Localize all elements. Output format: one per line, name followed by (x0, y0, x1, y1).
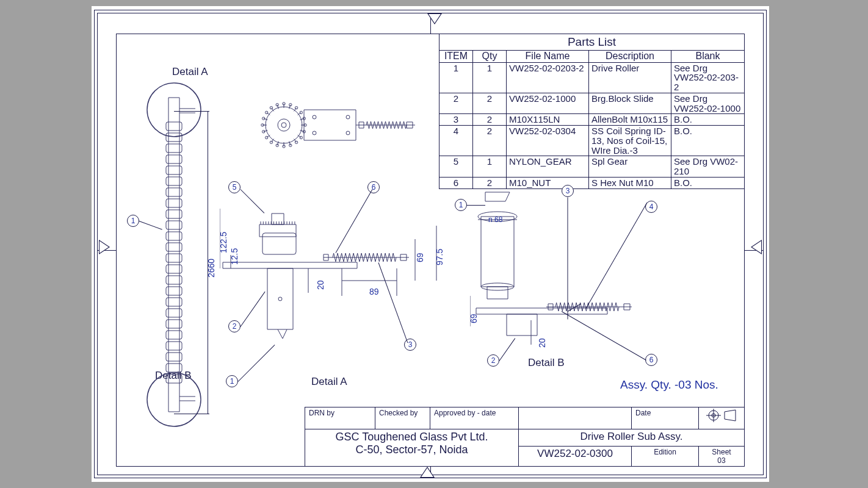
parts-cell-desc: Spl Gear (589, 156, 671, 178)
parts-cell-qty: 1 (473, 156, 507, 178)
label-detail-a-top: Detail A (172, 66, 208, 78)
parts-cell-file: M10X115LN (507, 114, 589, 126)
svg-rect-2 (168, 98, 179, 412)
tb-approved-by: Approved by - date (430, 407, 519, 429)
tb-sheet-label: Sheet (703, 448, 740, 456)
dim-69b: 69 (469, 314, 479, 323)
dim-89: 89 (369, 287, 379, 296)
dim-20b: 20 (537, 338, 547, 348)
parts-cell-item: 2 (439, 93, 473, 114)
ext-2660-bot (174, 414, 209, 414)
parts-row: 62M10_NUTS Hex Nut M10B.O. (439, 177, 745, 188)
parts-row: 42VW252-02-0304SS Coil Spring ID-13, Nos… (439, 126, 745, 156)
balloon-mid-6: 6 (367, 181, 380, 193)
parts-list-table: Parts List ITEM Qty File Name Descriptio… (439, 34, 745, 189)
parts-cell-desc: AllenBolt M10x115 (589, 114, 671, 126)
parts-cell-qty: 2 (473, 126, 507, 156)
svg-rect-118 (507, 314, 537, 336)
tb-edition-label: Edition (635, 448, 695, 456)
tb-blank1 (519, 407, 632, 429)
svg-rect-100 (267, 268, 293, 329)
dim-n68: n 68 (488, 215, 502, 224)
tb-drawing-no: VW252-02-0300 (519, 447, 632, 467)
parts-cell-qty: 2 (473, 93, 507, 114)
tb-edition: Edition (632, 447, 699, 467)
parts-row: 51NYLON_GEARSpl GearSee Drg VW02-210 (439, 156, 745, 178)
parts-cell-file: NYLON_GEAR (507, 156, 589, 178)
svg-rect-117 (476, 308, 607, 314)
balloon-mid-2: 2 (228, 320, 241, 332)
leader-right-1 (467, 205, 485, 206)
dim-69a: 69 (415, 253, 425, 262)
svg-rect-98 (262, 233, 296, 254)
tb-company: GSC Toughened Glass Pvt Ltd. C-50, Secto… (305, 429, 519, 467)
parts-cell-blank: See Drg VW02-210 (671, 156, 745, 178)
tb-company-line2: C-50, Sector-57, Noida (309, 443, 515, 456)
dim-122-5: 122.5 (219, 232, 228, 253)
tb-company-line1: GSC Toughened Glass Pvt Ltd. (309, 431, 515, 443)
svg-point-101 (278, 297, 282, 301)
svg-point-33 (281, 123, 286, 127)
balloon-right-3: 3 (562, 185, 574, 197)
svg-point-31 (266, 107, 302, 143)
parts-cell-blank: See Drg VW252-02-1000 (671, 93, 745, 114)
assembly-quantity-note: Assy. Qty. -03 Nos. (620, 378, 718, 392)
tb-drn-by: DRN by (305, 407, 375, 429)
svg-point-75 (313, 115, 316, 119)
tb-projection-symbol (699, 407, 745, 429)
balloon-left-1: 1 (127, 215, 139, 227)
dim-12-5: 12.5 (230, 248, 239, 265)
svg-point-59 (265, 111, 267, 113)
tb-drawing-title: Drive Roller Sub Assy. (519, 429, 745, 447)
parts-cell-item: 6 (439, 177, 473, 188)
parts-cell-desc: SS Coil Spring ID-13, Nos of Coil-15, WI… (589, 126, 671, 156)
svg-point-78 (346, 131, 350, 135)
parts-cell-blank: B.O. (671, 177, 745, 188)
parts-cell-qty: 2 (473, 114, 507, 126)
svg-marker-129 (725, 410, 736, 421)
tb-checked-by: Checked by (375, 407, 430, 429)
tb-date: Date (632, 407, 699, 429)
svg-point-77 (346, 115, 350, 119)
parts-row: 11VW252-02-0203-2Drive RollerSee Drg VW2… (439, 62, 745, 93)
balloon-right-1: 1 (455, 199, 467, 211)
drawing-sheet: Parts List ITEM Qty File Name Descriptio… (92, 6, 769, 482)
parts-cell-qty: 2 (473, 177, 507, 188)
balloon-mid-5: 5 (228, 181, 241, 193)
svg-point-32 (278, 119, 290, 131)
parts-cell-file: VW252-02-0203-2 (507, 62, 589, 93)
dim-20a: 20 (316, 280, 325, 290)
svg-point-49 (270, 141, 272, 143)
parts-cell-desc: S Hex Nut M10 (589, 177, 671, 188)
view-detail-b (470, 189, 653, 354)
svg-point-51 (265, 136, 267, 138)
centering-mark-top (427, 13, 442, 24)
parts-cell-file: M10_NUT (507, 177, 589, 188)
svg-point-41 (295, 141, 297, 143)
parts-header-item: ITEM (439, 50, 473, 62)
label-detail-b-right: Detail B (528, 357, 565, 369)
parts-cell-file: VW252-02-1000 (507, 93, 589, 114)
parts-cell-qty: 1 (473, 62, 507, 93)
balloon-right-6: 6 (645, 354, 657, 366)
parts-cell-item: 4 (439, 126, 473, 156)
leader-right-3 (568, 198, 568, 320)
svg-point-71 (300, 111, 302, 113)
parts-cell-blank: B.O. (671, 126, 745, 156)
parts-header-qty: Qty (473, 50, 507, 62)
parts-cell-blank: See Drg VW252-02-203-2 (671, 62, 745, 93)
parts-row: 32M10X115LNAllenBolt M10x115B.O. (439, 114, 745, 126)
tb-sheet: Sheet 03 (699, 447, 745, 467)
view-top (256, 98, 427, 152)
dim-2660: 2660 (206, 259, 216, 278)
parts-cell-item: 5 (439, 156, 473, 178)
svg-point-69 (295, 106, 297, 109)
parts-cell-item: 3 (439, 114, 473, 126)
svg-point-0 (147, 83, 201, 137)
parts-list-title: Parts List (439, 34, 745, 51)
parts-cell-item: 1 (439, 62, 473, 93)
svg-rect-74 (304, 110, 356, 140)
svg-point-61 (270, 106, 272, 109)
parts-header-file: File Name (507, 50, 589, 62)
view-detail-a (220, 201, 452, 378)
